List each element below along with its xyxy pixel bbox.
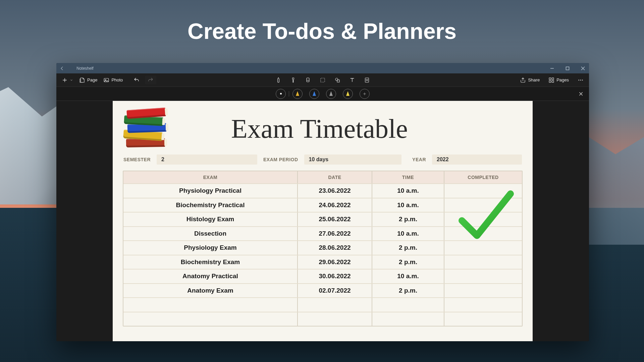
tool-highlighter-icon[interactable] <box>290 77 296 83</box>
col-time: TIME <box>372 171 444 183</box>
more-button[interactable] <box>577 76 584 84</box>
app-window: Noteshelf <box>56 63 589 341</box>
plus-icon <box>363 92 367 96</box>
cell-completed[interactable] <box>444 241 522 255</box>
marketing-headline: Create To-dos & Planners <box>0 18 644 44</box>
exam-period-field[interactable]: 10 days <box>304 155 401 165</box>
tool-eraser-icon[interactable] <box>305 77 311 83</box>
meta-row: SEMESTER 2 EXAM PERIOD 10 days YEAR 2022 <box>123 155 523 165</box>
tool-lasso-icon[interactable] <box>320 77 326 83</box>
cell-exam: Histology Exam <box>123 213 298 226</box>
cell-date: 27.06.2022 <box>298 227 372 241</box>
pen-tip-icon <box>329 91 333 96</box>
photo-button[interactable]: Photo <box>103 76 123 84</box>
cell-completed[interactable] <box>444 269 522 283</box>
table-row[interactable]: Histology Exam25.06.20222 p.m. <box>123 212 522 226</box>
close-icon <box>581 66 585 70</box>
canvas-area[interactable]: Exam Timetable SEMESTER 2 EXAM PERIOD 10… <box>56 101 589 341</box>
window-minimize-button[interactable] <box>550 66 555 70</box>
table-row[interactable]: Anatomy Exam02.07.20222 p.m. <box>123 283 522 298</box>
pen-tip-icon <box>296 91 299 96</box>
cell-completed[interactable] <box>444 227 522 241</box>
cell-date: 29.06.2022 <box>298 255 372 269</box>
pen-color-3[interactable] <box>326 89 336 99</box>
table-row[interactable]: Anatomy Practical30.06.202210 a.m. <box>123 269 522 283</box>
dot-icon <box>280 93 282 95</box>
close-pen-bar-button[interactable] <box>578 91 584 97</box>
cell-time: 2 p.m. <box>372 213 444 226</box>
svg-rect-1 <box>566 67 569 70</box>
page-button[interactable]: Page <box>78 76 98 84</box>
pen-color-4[interactable] <box>343 89 353 99</box>
table-header: EXAM DATE TIME COMPLETED <box>123 171 522 183</box>
pages-button[interactable]: Pages <box>548 76 570 84</box>
cell-date: 25.06.2022 <box>298 213 372 226</box>
close-icon <box>578 91 584 97</box>
svg-rect-13 <box>552 80 554 82</box>
add-button[interactable] <box>61 76 74 84</box>
cell-completed[interactable] <box>444 213 522 226</box>
year-field[interactable]: 2022 <box>432 155 522 165</box>
cell-date: 28.06.2022 <box>298 241 372 255</box>
cell-completed[interactable] <box>444 184 522 198</box>
main-toolbar: Page Photo <box>56 73 589 87</box>
pen-color-2[interactable] <box>309 89 319 99</box>
page-button-label: Page <box>87 77 97 82</box>
table-row[interactable]: Biochemistry Exam29.06.20222 p.m. <box>123 255 522 269</box>
semester-field[interactable]: 2 <box>157 155 257 165</box>
add-pen-button[interactable] <box>360 89 370 99</box>
cell-completed[interactable] <box>444 284 522 298</box>
cell-completed[interactable] <box>444 198 522 212</box>
table-row-empty[interactable] <box>123 297 522 312</box>
tool-text-icon[interactable] <box>349 77 355 83</box>
svg-rect-11 <box>552 78 554 79</box>
share-button-label: Share <box>528 77 540 82</box>
pen-color-1[interactable] <box>292 89 303 99</box>
share-button[interactable]: Share <box>519 76 540 84</box>
table-row-empty[interactable] <box>123 312 522 326</box>
titlebar: Noteshelf <box>56 63 589 73</box>
tool-shapes-icon[interactable] <box>334 77 340 83</box>
table-row[interactable]: Physiology Practical23.06.202210 a.m. <box>123 183 522 198</box>
maximize-icon <box>566 66 570 70</box>
minimize-icon <box>550 66 554 70</box>
cell-exam: Biochemistry Exam <box>123 255 298 269</box>
redo-button[interactable] <box>145 76 156 84</box>
window-maximize-button[interactable] <box>566 66 570 70</box>
tool-favorites-icon[interactable] <box>364 77 370 83</box>
cell-time: 2 p.m. <box>372 241 444 255</box>
window-close-button[interactable] <box>581 66 586 70</box>
cell-completed[interactable] <box>444 255 522 269</box>
share-icon <box>520 77 526 83</box>
back-icon <box>60 66 64 71</box>
page-title: Exam Timetable <box>231 114 408 144</box>
pen-size-button[interactable] <box>276 89 286 99</box>
grid-icon <box>548 77 554 83</box>
undo-icon <box>133 77 140 83</box>
semester-label: SEMESTER <box>123 157 151 162</box>
table-row[interactable]: Biochemistry Practical24.06.202210 a.m. <box>123 198 522 212</box>
notebook-page[interactable]: Exam Timetable SEMESTER 2 EXAM PERIOD 10… <box>113 101 533 341</box>
pen-selector-bar <box>56 87 589 101</box>
chevron-down-icon <box>70 77 73 83</box>
svg-rect-12 <box>549 80 551 82</box>
svg-point-7 <box>335 78 338 81</box>
cell-time: 10 a.m. <box>372 227 444 241</box>
tool-pen-icon[interactable] <box>275 77 281 83</box>
undo-button[interactable] <box>133 76 140 84</box>
svg-rect-6 <box>321 78 325 82</box>
photo-button-label: Photo <box>111 77 123 82</box>
table-row[interactable]: Physiology Exam28.06.20222 p.m. <box>123 240 522 255</box>
svg-rect-4 <box>307 78 309 82</box>
cell-date: 23.06.2022 <box>298 184 372 198</box>
cell-date: 30.06.2022 <box>298 269 372 283</box>
col-completed: COMPLETED <box>444 171 522 183</box>
table-row[interactable]: Dissection27.06.202210 a.m. <box>123 226 522 241</box>
cell-exam: Anatomy Exam <box>123 284 298 298</box>
timetable: EXAM DATE TIME COMPLETED Physiology Prac… <box>123 171 523 326</box>
redo-icon <box>148 77 154 83</box>
back-button[interactable] <box>60 66 66 71</box>
pages-button-label: Pages <box>556 77 569 82</box>
cell-exam: Anatomy Practical <box>123 269 298 283</box>
svg-point-14 <box>578 79 579 80</box>
